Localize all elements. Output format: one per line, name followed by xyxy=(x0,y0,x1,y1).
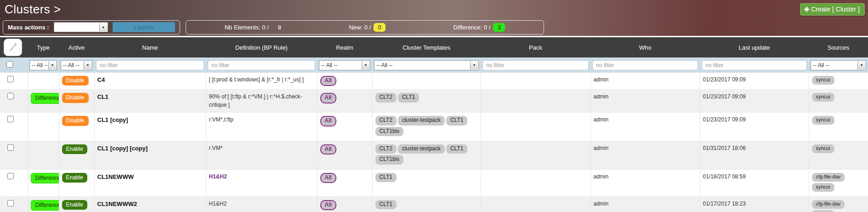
filter-sources-select-wrap: -- All -- xyxy=(811,60,866,70)
filter-realm-select[interactable]: -- All -- xyxy=(319,61,370,70)
active-badge: Disable xyxy=(62,76,89,86)
filter-active-select[interactable]: -- All -- xyxy=(61,61,92,70)
pencil-check-icon xyxy=(8,42,18,52)
select-all-button[interactable] xyxy=(4,39,22,56)
sources-list: syncui xyxy=(809,113,868,141)
filter-sources-select[interactable]: -- All -- xyxy=(811,61,866,70)
filter-who-input[interactable] xyxy=(592,60,698,70)
cluster-templates: CLT1 xyxy=(372,169,481,196)
nb-elements-total: 8 xyxy=(278,24,281,31)
cluster-pack xyxy=(481,141,590,169)
row-checkbox[interactable] xyxy=(7,93,14,99)
row-checkbox[interactable] xyxy=(7,76,14,82)
template-chip: CLT1 xyxy=(446,116,467,125)
template-chip: CLT1 xyxy=(398,93,419,102)
template-chip: CLT1 xyxy=(446,144,467,154)
sources-list: cfg-file-davsyncui xyxy=(809,196,868,212)
cluster-definition: r:VM* xyxy=(206,141,317,169)
table-row: Enable CL1 [copy] [copy] r:VM* All CLT2c… xyxy=(0,141,868,169)
filter-last-update-input[interactable] xyxy=(702,60,807,70)
template-chip: CLT2 xyxy=(375,116,397,125)
cluster-pack xyxy=(481,196,590,212)
source-chip: syncui xyxy=(812,93,834,102)
launch-button[interactable]: Launch xyxy=(113,22,175,32)
cluster-name: CL1NEWWW xyxy=(94,169,206,196)
col-header-name: Name xyxy=(94,37,206,57)
template-chip: CLT1 xyxy=(375,200,397,209)
filter-row: -- All -- -- All -- -- All -- -- All -- xyxy=(0,57,868,73)
last-update-value: 01/23/2017 09:09 xyxy=(700,73,809,90)
source-chip: syncui xyxy=(812,116,834,125)
mass-actions-select[interactable] xyxy=(54,23,108,32)
template-chip: CLT1bis xyxy=(375,127,404,136)
difference-count-badge: 3 xyxy=(493,23,505,32)
active-badge: Enable xyxy=(62,144,87,154)
who-value: admin xyxy=(590,141,700,169)
cluster-pack xyxy=(481,169,590,196)
table-row: Difference Enable CL1NEWWW2 H1&H2 All CL… xyxy=(0,196,868,212)
sources-list: syncui xyxy=(809,90,868,113)
cluster-definition: [ [t:prod & t:windows] & [r:*_fr | r:*_u… xyxy=(206,73,317,90)
realm-badge: All xyxy=(320,200,336,210)
filter-type-select[interactable]: -- All -- xyxy=(30,61,57,70)
new-label: New: 0 / xyxy=(349,24,371,31)
filter-name-input[interactable] xyxy=(96,60,204,70)
last-update-value: 01/23/2017 09:09 xyxy=(700,90,809,113)
table-row: Disable C4 [ [t:prod & t:windows] & [r:*… xyxy=(0,73,868,90)
cluster-name: CL1NEWWW2 xyxy=(94,196,206,212)
realm-badge: All xyxy=(320,173,336,183)
cluster-definition: H1&H2 xyxy=(206,169,317,196)
cluster-definition: r:VM*,t:ftp xyxy=(206,113,317,141)
template-chip: cluster-testpack xyxy=(398,144,445,154)
filter-type-select-wrap: -- All -- xyxy=(29,60,57,70)
realm-badge: All xyxy=(320,76,336,86)
who-value: admin xyxy=(590,73,700,90)
filter-templates-select-wrap: -- All -- xyxy=(374,60,479,70)
filter-realm-select-wrap: -- All -- xyxy=(319,60,370,70)
source-chip: syncui xyxy=(812,183,834,192)
filter-pack-input[interactable] xyxy=(482,60,589,70)
realm-badge: All xyxy=(320,144,336,155)
col-header-active: Active xyxy=(59,37,94,57)
cluster-definition: 90% of:[ [t:ftp & r:^VM.] | r:^H.$,check… xyxy=(206,90,317,113)
row-checkbox[interactable] xyxy=(7,200,14,206)
cluster-templates: CLT2CLT1 xyxy=(372,90,481,113)
type-badge: Difference xyxy=(31,93,59,103)
template-chip: CLT2 xyxy=(375,93,397,102)
nb-elements-label: Nb Elements: 0 / xyxy=(225,24,269,31)
cluster-templates: CLT1 xyxy=(372,196,481,212)
cluster-templates: CLT2cluster-testpackCLT1CLT1bis xyxy=(372,113,481,141)
table-row: Difference Disable CL1 90% of:[ [t:ftp &… xyxy=(0,90,868,113)
type-badge: Difference xyxy=(31,200,59,211)
col-header-last-update: Last update xyxy=(700,37,809,57)
filter-definition-input[interactable] xyxy=(208,60,315,70)
new-stat: New: 0 / 0 xyxy=(349,23,386,32)
who-value: admin xyxy=(590,113,700,141)
row-checkbox[interactable] xyxy=(7,144,14,151)
cluster-name: C4 xyxy=(94,73,206,90)
template-chip: CLT1bis xyxy=(375,155,404,164)
new-count-badge: 0 xyxy=(374,23,386,32)
nb-elements-stat: Nb Elements: 0 / 8 xyxy=(225,24,281,31)
template-chip: CLT2 xyxy=(375,144,397,154)
select-all-checkbox[interactable] xyxy=(6,61,13,68)
template-chip: cluster-testpack xyxy=(398,116,445,125)
col-header-pack: Pack xyxy=(481,37,590,57)
col-header-cluster-templates: Cluster Templates xyxy=(372,37,481,57)
row-checkbox[interactable] xyxy=(7,173,14,179)
source-chip: cfg-file-dav xyxy=(812,173,845,182)
cluster-name: CL1 xyxy=(94,90,206,113)
table-header-row: Type Active Name Definition (BP Rule) Re… xyxy=(0,37,868,57)
cluster-name: CL1 [copy] [copy] xyxy=(94,141,206,169)
who-value: admin xyxy=(590,169,700,196)
cluster-templates xyxy=(372,73,481,90)
last-update-value: 01/31/2017 18:06 xyxy=(700,141,809,169)
who-value: admin xyxy=(590,90,700,113)
cluster-templates: CLT2cluster-testpackCLT1CLT1bis xyxy=(372,141,481,169)
source-chip: cfg-file-dav xyxy=(812,200,845,209)
toolbar: Mass actions : Launch Nb Elements: 0 / 8… xyxy=(0,18,868,36)
row-checkbox[interactable] xyxy=(7,116,14,122)
filter-templates-select[interactable]: -- All -- xyxy=(374,61,478,70)
create-cluster-button[interactable]: ✚ Create [ Cluster ] xyxy=(800,3,865,16)
source-chip: syncui xyxy=(812,76,834,85)
